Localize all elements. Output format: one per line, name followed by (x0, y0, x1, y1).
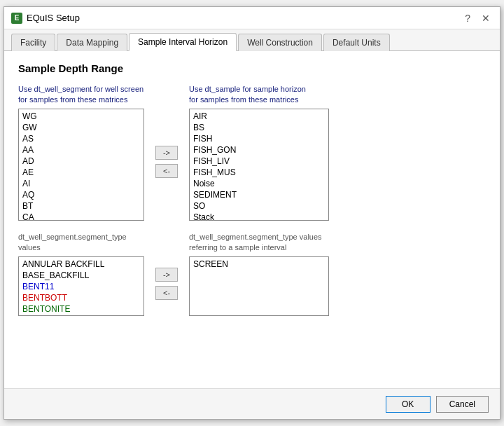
tab-well-construction[interactable]: Well Construction (238, 34, 322, 51)
list-item[interactable]: CA (20, 212, 142, 221)
bottom-left-section: dt_well_segment.segment_type values ANNU… (18, 232, 144, 316)
bottom-right-section: dt_well_segment.segment_type values refe… (189, 232, 329, 316)
footer: OK Cancel (4, 388, 500, 419)
list-item[interactable]: BASE_BACKFILL (20, 270, 142, 281)
cancel-button[interactable]: Cancel (436, 396, 489, 413)
list-item[interactable]: AQ (20, 189, 142, 200)
top-panel-row: Use dt_well_segment for well screen for … (18, 84, 486, 221)
list-item[interactable]: BS (191, 122, 327, 133)
help-button[interactable]: ? (462, 12, 473, 25)
list-item[interactable]: AS (20, 133, 142, 144)
title-bar: E EQuIS Setup ? ✕ (4, 7, 500, 29)
list-item[interactable]: SO (191, 200, 327, 212)
top-left-label: Use dt_well_segment for well screen for … (18, 84, 144, 106)
close-button[interactable]: ✕ (479, 12, 493, 25)
section-title: Sample Depth Range (18, 62, 486, 74)
top-left-section: Use dt_well_segment for well screen for … (18, 84, 144, 221)
ok-button[interactable]: OK (386, 396, 430, 413)
list-item[interactable]: SCREEN (191, 259, 327, 270)
tab-data-mapping[interactable]: Data Mapping (57, 34, 127, 51)
app-icon: E (11, 13, 22, 24)
list-item[interactable]: AD (20, 156, 142, 167)
bottom-right-list[interactable]: SCREEN (189, 256, 329, 316)
list-item[interactable]: AIR (191, 111, 327, 122)
bottom-arrow-buttons: -> <- (155, 252, 178, 316)
main-content: Sample Depth Range Use dt_well_segment f… (4, 51, 500, 388)
title-left: E EQuIS Setup (11, 13, 80, 24)
tab-facility[interactable]: Facility (11, 34, 55, 51)
bottom-left-list[interactable]: ANNULAR BACKFILLBASE_BACKFILLBENT11BENTB… (18, 256, 144, 316)
top-right-list[interactable]: AIRBSFISHFISH_GONFISH_LIVFISH_MUSNoiseSE… (189, 109, 329, 221)
list-item[interactable]: SEDIMENT (191, 189, 327, 200)
bottom-right-label: dt_well_segment.segment_type values refe… (189, 232, 329, 254)
tab-default-units[interactable]: Default Units (323, 34, 390, 51)
top-right-arrow-button[interactable]: -> (155, 146, 178, 160)
top-right-section: Use dt_sample for sample horizon for sam… (189, 84, 329, 221)
top-left-arrow-button[interactable]: <- (155, 164, 178, 178)
bottom-left-arrow-button[interactable]: <- (155, 286, 178, 300)
list-item[interactable]: FISH_MUS (191, 167, 327, 178)
list-item[interactable]: ANNULAR BACKFILL (20, 259, 142, 270)
list-item[interactable]: BENT11 (20, 281, 142, 292)
list-item[interactable]: AE (20, 167, 142, 178)
title-controls: ? ✕ (462, 12, 493, 25)
list-item[interactable]: BT (20, 200, 142, 212)
list-item[interactable]: FISH (191, 133, 327, 144)
bottom-left-label: dt_well_segment.segment_type values (18, 232, 144, 254)
list-item[interactable]: AI (20, 178, 142, 189)
list-item[interactable]: BENTONITE (20, 303, 142, 315)
tab-sample-interval-horizon[interactable]: Sample Interval Horizon (129, 33, 237, 51)
bottom-right-arrow-button[interactable]: -> (155, 268, 178, 282)
list-item[interactable]: FISH_LIV (191, 156, 327, 167)
list-item[interactable]: Stack (191, 212, 327, 221)
top-arrow-buttons: -> <- (155, 84, 178, 221)
list-item[interactable]: AA (20, 144, 142, 156)
tab-bar: Facility Data Mapping Sample Interval Ho… (4, 29, 500, 51)
list-item[interactable]: Noise (191, 178, 327, 189)
top-right-label: Use dt_sample for sample horizon for sam… (189, 84, 329, 106)
list-item[interactable]: BENTBOTT (20, 292, 142, 303)
list-item[interactable]: WG (20, 111, 142, 122)
list-item[interactable]: GW (20, 122, 142, 133)
bottom-panel-row: dt_well_segment.segment_type values ANNU… (18, 232, 486, 316)
main-window: E EQuIS Setup ? ✕ Facility Data Mapping … (4, 6, 500, 420)
list-item[interactable]: FISH_GON (191, 144, 327, 156)
window-title: EQuIS Setup (27, 13, 80, 23)
top-left-list[interactable]: WGGWASAAADAEAIAQBTCA (18, 109, 144, 221)
